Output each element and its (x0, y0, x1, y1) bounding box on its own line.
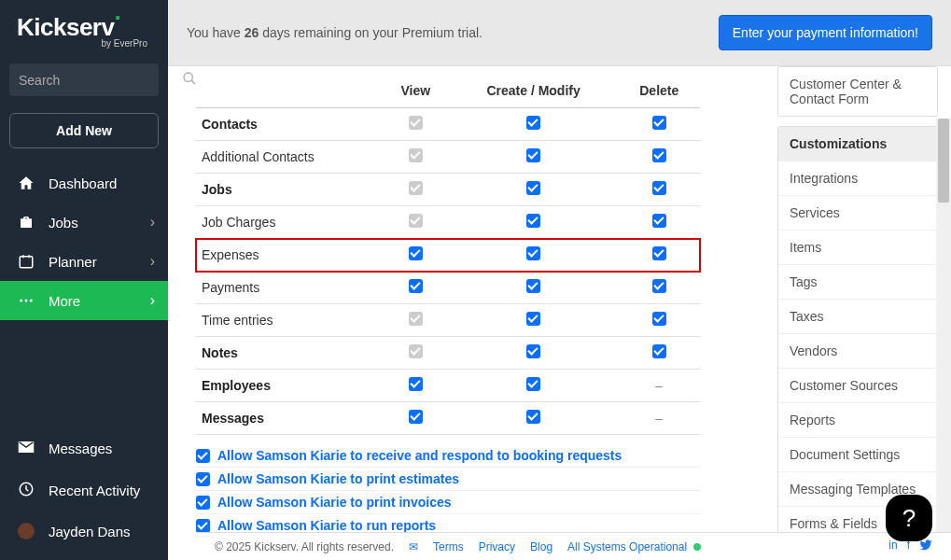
checkbox[interactable] (526, 410, 540, 424)
checkbox[interactable] (409, 410, 423, 424)
allow-item: Allow Samson Kiarie to print estimates (196, 468, 700, 491)
footer-link-terms[interactable]: Terms (433, 540, 464, 553)
table-row-contacts: Contacts (196, 108, 700, 141)
checkbox[interactable] (652, 116, 666, 130)
table-row-additional-contacts: Additional Contacts (196, 141, 700, 174)
bottom-nav-recent-activity[interactable]: Recent Activity (0, 469, 168, 511)
perm-cell (449, 206, 619, 239)
svg-point-6 (25, 300, 28, 302)
panel-item-integrations[interactable]: Integrations (778, 161, 937, 196)
nav-item-more[interactable]: More› (0, 281, 168, 320)
checkbox (409, 148, 423, 162)
footer-link-status[interactable]: All Systems Operational (567, 540, 701, 553)
perm-cell (619, 337, 700, 370)
checkbox[interactable] (526, 116, 540, 130)
table-header: View (383, 76, 449, 108)
checkbox[interactable] (526, 246, 540, 260)
search-input[interactable] (19, 73, 182, 88)
perm-cell (449, 337, 619, 370)
checkbox[interactable] (196, 472, 210, 486)
panel-item-customer-center[interactable]: Customer Center & Contact Form (778, 67, 937, 116)
allow-item: Allow Samson Kiarie to receive and respo… (196, 444, 700, 468)
checkbox[interactable] (526, 279, 540, 293)
checkbox[interactable] (652, 181, 666, 195)
checkbox[interactable] (526, 312, 540, 326)
perm-cell (619, 141, 700, 174)
checkbox[interactable] (652, 246, 666, 260)
row-label: Jobs (196, 174, 383, 206)
perm-cell (619, 272, 700, 304)
checkbox[interactable] (526, 214, 540, 228)
checkbox[interactable] (526, 148, 540, 162)
svg-point-5 (20, 300, 22, 302)
checkbox[interactable] (409, 377, 423, 391)
trial-banner: You have 26 days remaining on your Premi… (168, 0, 951, 66)
panel-item-reports[interactable]: Reports (778, 403, 937, 438)
nav-label: Dashboard (49, 175, 117, 191)
bottom-nav-label: Messages (49, 441, 112, 456)
dash-icon: – (655, 411, 663, 426)
clock-icon (18, 481, 35, 500)
nav-item-planner[interactable]: Planner› (0, 242, 168, 281)
panel-item-customer-sources[interactable]: Customer Sources (778, 369, 937, 403)
nav-item-dashboard[interactable]: Dashboard (0, 163, 168, 203)
checkbox[interactable] (652, 148, 666, 162)
panel-item-taxes[interactable]: Taxes (778, 300, 937, 334)
nav-item-jobs[interactable]: Jobs› (0, 203, 168, 242)
checkbox[interactable] (409, 279, 423, 293)
row-label: Notes (196, 337, 383, 370)
row-label: Job Charges (196, 206, 383, 239)
table-row-payments: Payments (196, 272, 700, 304)
panel-item-services[interactable]: Services (778, 196, 937, 231)
twitter-icon[interactable] (919, 539, 932, 554)
panel-item-vendors[interactable]: Vendors (778, 334, 937, 369)
perm-cell (449, 239, 619, 272)
checkbox[interactable] (652, 214, 666, 228)
perm-cell (619, 206, 700, 239)
footer-status-text: All Systems Operational (567, 540, 687, 553)
table-header (196, 76, 383, 108)
linkedin-icon[interactable]: in (888, 539, 897, 554)
dots-icon (17, 292, 35, 309)
svg-point-7 (30, 300, 33, 302)
checkbox[interactable] (526, 344, 540, 358)
allow-label: Allow Samson Kiarie to receive and respo… (217, 448, 622, 463)
perm-cell (383, 174, 449, 206)
table-row-job-charges: Job Charges (196, 206, 700, 239)
checkbox (409, 312, 423, 326)
checkbox[interactable] (196, 496, 210, 510)
search-box[interactable] (9, 63, 159, 96)
scrollbar-track[interactable] (936, 119, 951, 541)
footer-link-privacy[interactable]: Privacy (479, 540, 515, 553)
panel-item-document-settings[interactable]: Document Settings (778, 438, 937, 472)
checkbox[interactable] (526, 181, 540, 195)
bottom-nav-messages[interactable]: Messages (0, 427, 168, 469)
panel-item-tags[interactable]: Tags (778, 265, 937, 300)
checkbox[interactable] (196, 449, 210, 463)
footer-link-blog[interactable]: Blog (530, 540, 552, 553)
checkbox[interactable] (652, 279, 666, 293)
bottom-nav-label: Jayden Dans (49, 524, 131, 539)
help-button[interactable]: ? (886, 495, 932, 541)
checkbox[interactable] (409, 246, 423, 260)
content: ViewCreate / ModifyDelete ContactsAdditi… (168, 66, 764, 560)
table-row-notes: Notes (196, 337, 700, 370)
add-new-button[interactable]: Add New (9, 113, 159, 148)
checkbox[interactable] (652, 344, 666, 358)
logo-text: Kickserv (17, 13, 114, 41)
checkbox[interactable] (196, 519, 210, 533)
enter-payment-button[interactable]: Enter your payment information! (719, 15, 932, 50)
checkbox (409, 344, 423, 358)
banner-days: 26 (245, 25, 259, 40)
main: You have 26 days remaining on your Premi… (168, 0, 951, 560)
perm-cell (383, 239, 449, 272)
right-panel: Customer Center & Contact Form Customiza… (764, 66, 951, 560)
scrollbar-thumb[interactable] (938, 119, 949, 203)
bottom-nav-jayden-dans[interactable]: Jayden Dans (0, 511, 168, 551)
nav-label: More (49, 293, 80, 309)
panel-item-items[interactable]: Items (778, 231, 937, 265)
table-row-expenses: Expenses (196, 239, 700, 272)
checkbox[interactable] (526, 377, 540, 391)
logo: Kickserv· by EverPro (0, 0, 168, 56)
checkbox[interactable] (652, 312, 666, 326)
